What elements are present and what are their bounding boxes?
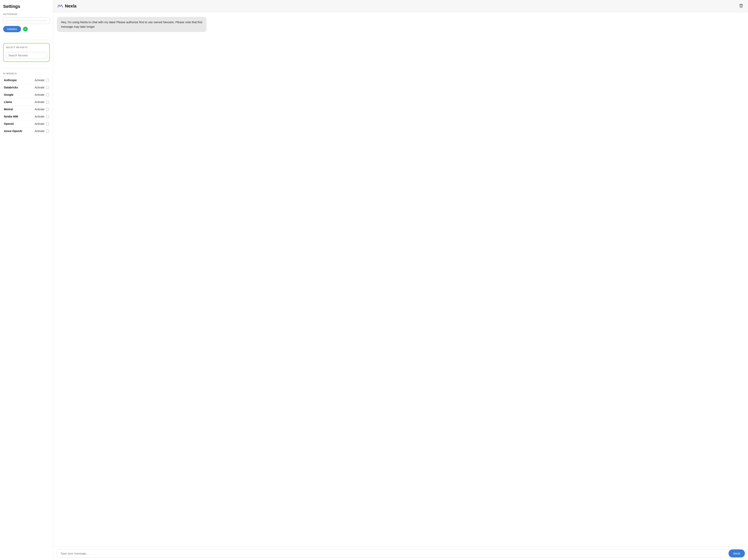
activate-row-anthropic: Activate [34,79,49,82]
model-row-openai: OpenAI Activate [3,120,50,127]
activate-checkbox-azure-openai[interactable] [46,130,49,132]
initialize-button[interactable]: Initialize [3,26,21,32]
activate-row-openai: Activate [34,122,49,125]
model-name-google: Google [4,93,14,96]
activate-checkbox-openai[interactable] [46,122,49,125]
model-name-openai: OpenAI [4,122,14,125]
settings-title: Settings [3,4,50,9]
activate-checkbox-nvidia-nim[interactable] [46,115,49,118]
activate-checkbox-databricks[interactable] [46,86,49,89]
select-nexsets-label: SELECT NEXSETS [6,46,47,49]
send-button[interactable]: Send [728,550,745,557]
activate-checkbox-llama[interactable] [46,101,49,103]
welcome-message-bubble: Hey, I'm using Nexla to chat with my dat… [57,17,207,32]
activate-row-mistral: Activate [34,108,49,111]
activate-row-databricks: Activate [34,86,49,89]
activate-label-azure-openai: Activate [34,129,44,132]
activate-label-openai: Activate [34,122,44,125]
model-row-google: Google Activate [3,91,50,98]
ai-models-label: AI MODELS [3,72,50,75]
model-row-anthropic: Anthropic Activate [3,77,50,84]
activate-row-google: Activate [34,93,49,96]
chat-messages: Hey, I'm using Nexla to chat with my dat… [53,12,748,546]
activate-row-nvidia-nim: Activate [34,115,49,118]
activate-checkbox-google[interactable] [46,93,49,96]
activate-row-azure-openai: Activate [34,129,49,132]
model-name-databricks: Databricks [4,86,18,89]
success-check-icon: ✓ [23,27,28,31]
message-input[interactable] [56,549,727,558]
activate-label-mistral: Activate [34,108,44,111]
main-chat-area: Nexla Hey, I'm using Nexla to chat with … [53,0,748,560]
model-row-nvidia-nim: Nvidia NIM Activate [3,113,50,120]
model-row-databricks: Databricks Activate [3,84,50,91]
model-name-llama: Llama [4,100,12,103]
activate-row-llama: Activate [34,100,49,103]
activate-label-databricks: Activate [34,86,44,89]
activate-label-llama: Activate [34,100,44,103]
model-row-azure-openai: Azure OpenAI Activate [3,127,50,135]
model-row-llama: Llama Activate [3,98,50,106]
welcome-message-text: Hey, I'm using Nexla to chat with my dat… [61,20,202,28]
activate-label-google: Activate [34,93,44,96]
authorize-label: AUTHORIZE [3,13,50,15]
activate-checkbox-anthropic[interactable] [46,79,49,82]
divider-1 [3,40,50,40]
model-row-mistral: Mistral Activate [3,106,50,113]
model-name-anthropic: Anthropic [4,79,17,82]
logo-area: Nexla [57,3,76,9]
api-key-input[interactable] [3,17,50,24]
ai-models-section: AI MODELS Anthropic Activate Databricks … [3,72,50,135]
chat-input-area: Send [53,546,748,560]
authorize-section: AUTHORIZE Initialize ✓ [3,13,50,33]
trash-icon [739,3,743,8]
logo-name: Nexla [65,3,76,9]
nexsets-search-input[interactable] [6,52,47,59]
nexla-logo-icon [57,3,63,9]
activate-checkbox-mistral[interactable] [46,108,49,111]
model-name-nvidia-nim: Nvidia NIM [4,115,18,118]
chat-header: Nexla [53,0,748,12]
sidebar: Settings AUTHORIZE Initialize ✓ SELECT N… [0,0,53,560]
activate-label-anthropic: Activate [34,79,44,82]
activate-label-nvidia-nim: Activate [34,115,44,118]
trash-button[interactable] [738,3,744,9]
model-name-mistral: Mistral [4,108,13,111]
model-name-azure-openai: Azure OpenAI [4,129,22,132]
initialize-row: Initialize ✓ [3,26,50,32]
select-nexsets-section: SELECT NEXSETS [3,43,50,62]
